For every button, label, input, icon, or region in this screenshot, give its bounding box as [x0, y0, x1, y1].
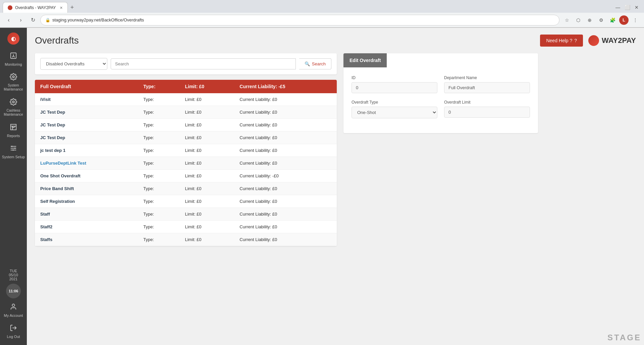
row-limit: Limit: £0	[179, 170, 234, 182]
row-name: JC Test Dep	[35, 106, 138, 119]
edit-card-body: ID Department Name Overdraft Type	[343, 67, 538, 133]
row-liability: Current Liability: £0	[234, 106, 337, 119]
extension3-button[interactable]: ⚙	[596, 15, 606, 25]
extensions-button[interactable]: 🧩	[608, 15, 617, 25]
edit-overdraft-button[interactable]: Edit Overdraft	[350, 58, 381, 63]
browser-toolbar: ‹ › ↻ 🔒 staging.yourway2pay.net/BackOffi…	[0, 13, 644, 27]
row-limit: Limit: £0	[179, 131, 234, 144]
row-liability: Current Liability: £0	[234, 233, 337, 246]
sidebar-logo-circle: ◐	[7, 33, 19, 45]
row-liability: Current Liability: £0	[234, 119, 337, 131]
cashless-maintenance-icon	[10, 98, 17, 107]
table-row[interactable]: Staff Type: Limit: £0 Current Liability:…	[35, 208, 337, 221]
main-content: Overdrafts Need Help ? ? WAY2PAY Disab	[27, 28, 644, 345]
minimize-button[interactable]: —	[613, 3, 623, 12]
table-row[interactable]: Staffs Type: Limit: £0 Current Liability…	[35, 233, 337, 246]
app-container: ◐ Monitoring System Maintenance	[0, 28, 644, 345]
row-name: jc test dep 1	[35, 144, 138, 157]
svg-point-2	[12, 76, 14, 78]
extension2-button[interactable]: ⊕	[585, 15, 594, 25]
row-name: LuPurseDeptLink Test	[35, 157, 138, 170]
sidebar-item-reports[interactable]: Reports	[0, 120, 27, 141]
overdraft-type-label: Overdraft Type	[352, 100, 437, 105]
close-button[interactable]: ✕	[632, 3, 641, 12]
table-row[interactable]: JC Test Dep Type: Limit: £0 Current Liab…	[35, 106, 337, 119]
tab-close-button[interactable]: ×	[60, 5, 63, 10]
row-liability: Current Liability: £0	[234, 157, 337, 170]
sidebar-item-cashless-maintenance[interactable]: Cashless Maintenance	[0, 95, 27, 120]
row-type: Type:	[138, 144, 179, 157]
sidebar-item-monitoring[interactable]: Monitoring	[0, 49, 27, 70]
page-header: Overdrafts Need Help ? ? WAY2PAY	[35, 35, 636, 47]
row-type: Type:	[138, 93, 179, 106]
my-account-icon	[10, 303, 17, 312]
row-limit: Limit: £0	[179, 208, 234, 221]
back-button[interactable]: ‹	[4, 15, 13, 25]
table-row[interactable]: Self Registration Type: Limit: £0 Curren…	[35, 195, 337, 208]
forward-button[interactable]: ›	[16, 15, 25, 25]
sidebar-datetime: TUE 05/10 2021	[9, 269, 18, 281]
bookmark-button[interactable]: ☆	[562, 15, 572, 25]
row-limit: Limit: £0	[179, 233, 234, 246]
row-liability: Current Liability: £0	[234, 221, 337, 233]
table-row[interactable]: JC Test Dep Type: Limit: £0 Current Liab…	[35, 119, 337, 131]
sidebar-item-system-setup[interactable]: System Setup	[0, 141, 27, 162]
extension1-button[interactable]: ⬡	[574, 15, 583, 25]
help-button[interactable]: Need Help ? ?	[540, 35, 583, 47]
table-row[interactable]: Price Band Shift Type: Limit: £0 Current…	[35, 182, 337, 195]
table-row[interactable]: iVisit Type: Limit: £0 Current Liability…	[35, 93, 337, 106]
table-row[interactable]: JC Test Dep Type: Limit: £0 Current Liab…	[35, 131, 337, 144]
row-limit: Limit: £0	[179, 93, 234, 106]
row-liability: Current Liability: -£0	[234, 170, 337, 182]
table-row[interactable]: Staff2 Type: Limit: £0 Current Liability…	[35, 221, 337, 233]
refresh-button[interactable]: ↻	[28, 15, 38, 25]
row-liability: Current Liability: £0	[234, 131, 337, 144]
row-type: Type:	[138, 182, 179, 195]
row-name: Price Band Shift	[35, 182, 138, 195]
edit-card-header: Edit Overdraft	[343, 53, 387, 67]
sidebar-item-system-maintenance[interactable]: System Maintenance	[0, 70, 27, 95]
row-type: Type:	[138, 106, 179, 119]
system-setup-icon	[10, 145, 17, 154]
address-bar[interactable]: 🔒 staging.yourway2pay.net/BackOffice/Ove…	[40, 15, 559, 25]
header-right: Need Help ? ? WAY2PAY	[540, 35, 636, 47]
sidebar: ◐ Monitoring System Maintenance	[0, 28, 27, 345]
dept-name-input[interactable]	[444, 82, 530, 93]
svg-point-10	[14, 148, 16, 149]
row-limit: Limit: £0	[179, 119, 234, 131]
lock-icon: 🔒	[45, 18, 50, 22]
profile-button[interactable]: L	[619, 15, 629, 25]
browser-chrome: Overdrafts - WAY2PAY × + — ⬜ ✕ ‹ › ↻ 🔒 s…	[0, 0, 644, 28]
filter-bar: Disabled Overdrafts Active Overdrafts Al…	[35, 53, 337, 74]
maximize-button[interactable]: ⬜	[623, 3, 632, 12]
table-body: iVisit Type: Limit: £0 Current Liability…	[35, 93, 337, 246]
left-panel: Disabled Overdrafts Active Overdrafts Al…	[35, 53, 337, 246]
table-row[interactable]: One Shot Overdraft Type: Limit: £0 Curre…	[35, 170, 337, 182]
id-input[interactable]	[352, 82, 437, 93]
sidebar-year: 2021	[9, 277, 17, 281]
svg-point-13	[12, 304, 14, 306]
new-tab-button[interactable]: +	[68, 3, 77, 12]
sidebar-label-monitoring: Monitoring	[5, 62, 22, 66]
row-limit: Limit: £0	[179, 195, 234, 208]
row-type: Type:	[138, 170, 179, 182]
search-button[interactable]: 🔍 Search	[299, 58, 331, 69]
sidebar-item-my-account[interactable]: My Account	[0, 300, 27, 321]
overdraft-table: Full Overdraft Type: Limit: £0 Current L…	[35, 80, 337, 246]
overdraft-limit-input[interactable]	[444, 107, 530, 118]
table-row[interactable]: LuPurseDeptLink Test Type: Limit: £0 Cur…	[35, 157, 337, 170]
row-type: Type:	[138, 157, 179, 170]
reports-icon	[10, 123, 17, 132]
overdraft-type-select[interactable]: One-Shot Rolling None	[352, 107, 437, 118]
brand-name: WAY2PAY	[602, 36, 636, 45]
tab-bar: Overdrafts - WAY2PAY × + — ⬜ ✕	[0, 0, 644, 13]
page-title: Overdrafts	[35, 35, 79, 46]
row-type: Type:	[138, 221, 179, 233]
sidebar-item-log-out[interactable]: Log Out	[0, 321, 27, 342]
table-row[interactable]: jc test dep 1 Type: Limit: £0 Current Li…	[35, 144, 337, 157]
row-liability: Current Liability: £0	[234, 195, 337, 208]
menu-button[interactable]: ⋮	[631, 15, 640, 25]
id-label: ID	[352, 75, 437, 80]
search-input[interactable]	[111, 58, 296, 69]
filter-dropdown[interactable]: Disabled Overdrafts Active Overdrafts Al…	[40, 58, 107, 70]
